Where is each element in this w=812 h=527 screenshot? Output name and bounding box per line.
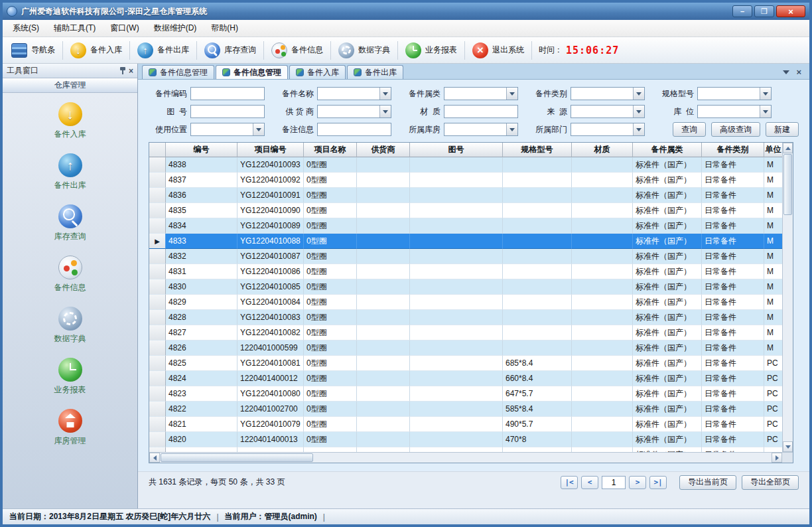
table-row[interactable]: 482412204014000120型圈660*8.4标准件（国产）日常备件PC <box>149 371 782 386</box>
spec-model-select[interactable] <box>697 87 772 100</box>
table-row[interactable]: 482612204010005990型圈标准件（国产）日常备件M <box>149 340 782 356</box>
column-header[interactable]: 备件类别 <box>702 143 764 157</box>
close-button[interactable]: × <box>776 5 805 17</box>
menu-item[interactable]: 系统(S) <box>5 20 46 37</box>
table-row[interactable]: 4827YG122040100820型圈标准件（国产）日常备件M <box>149 325 782 340</box>
toolbar-button-exit[interactable]: 退出系统 <box>466 40 530 61</box>
prev-page-button[interactable]: < <box>581 476 598 489</box>
chevron-down-icon[interactable] <box>760 88 771 100</box>
sidebar-item-data-dict[interactable]: 数据字典 <box>3 307 137 344</box>
table-row[interactable]: 4828YG122040100830型圈标准件（国产）日常备件M <box>149 310 782 325</box>
tab[interactable]: 备件入库 <box>289 65 346 79</box>
close-icon[interactable]: × <box>129 67 133 75</box>
row-selector[interactable] <box>149 249 166 264</box>
row-selector[interactable] <box>149 386 166 402</box>
toolbar-button-data-dict[interactable]: 数据字典 <box>332 40 396 61</box>
advanced-query-button[interactable]: 高级查询 <box>711 122 760 137</box>
table-row[interactable]: 4825YG122040100810型圈685*8.4标准件（国产）日常备件PC <box>149 356 782 371</box>
row-selector[interactable] <box>149 340 166 356</box>
column-header[interactable]: 规格型号 <box>503 143 572 157</box>
table-row[interactable]: 4837YG122040100920型圈标准件（国产）日常备件M <box>149 173 782 188</box>
row-selector[interactable] <box>149 432 166 447</box>
chevron-down-icon[interactable] <box>633 106 644 117</box>
column-header[interactable]: 项目编号 <box>237 143 304 157</box>
column-header[interactable]: 图号 <box>410 143 503 157</box>
row-selector[interactable]: ▶ <box>149 234 166 249</box>
chevron-down-icon[interactable] <box>379 106 391 117</box>
maximize-button[interactable]: ❒ <box>754 5 774 17</box>
close-tab-icon[interactable]: × <box>796 68 801 76</box>
toolbar-button-nav[interactable]: 导航条 <box>5 40 61 61</box>
chevron-down-icon[interactable] <box>633 88 644 100</box>
table-row[interactable]: 4834YG122040100890型圈标准件（国产）日常备件M <box>149 218 782 234</box>
table-row[interactable]: 4821YG122040100790型圈490*5.7标准件（国产）日常备件PC <box>149 417 782 432</box>
drawing-no-input[interactable] <box>190 105 265 118</box>
column-header[interactable]: 单位 <box>764 143 782 157</box>
column-header[interactable]: 编号 <box>166 143 237 157</box>
chevron-down-icon[interactable] <box>506 123 517 135</box>
menu-item[interactable]: 帮助(H) <box>204 20 245 37</box>
row-selector[interactable] <box>149 264 166 279</box>
sidebar-item-stock-out[interactable]: 备件出库 <box>3 153 137 191</box>
last-page-button[interactable]: >| <box>649 476 667 489</box>
minimize-button[interactable]: – <box>732 5 752 17</box>
chevron-down-icon[interactable] <box>506 88 517 100</box>
scroll-down-icon[interactable] <box>783 441 793 452</box>
toolbar-button-report[interactable]: 业务报表 <box>399 40 463 61</box>
scroll-right-icon[interactable] <box>772 453 782 463</box>
row-selector[interactable] <box>149 325 166 340</box>
table-row[interactable]: 4823YG122040100800型圈647*5.7标准件（国产）日常备件PC <box>149 386 782 402</box>
toolbar-button-inventory[interactable]: 库存查询 <box>198 40 262 61</box>
row-selector[interactable] <box>149 356 166 371</box>
menu-item[interactable]: 数据维护(D) <box>147 20 204 37</box>
location-select[interactable] <box>697 105 772 118</box>
part-name-select[interactable] <box>317 87 391 100</box>
new-button[interactable]: 新建 <box>766 122 799 137</box>
tab[interactable]: 备件信息管理 <box>142 65 214 79</box>
column-header[interactable]: 项目名称 <box>304 143 357 157</box>
toolbar-button-stock-in[interactable]: 备件入库 <box>64 40 128 61</box>
part-category-select[interactable] <box>444 87 518 100</box>
department-select[interactable] <box>571 123 645 136</box>
sidebar-item-inventory[interactable]: 库存查询 <box>3 204 137 242</box>
toolbar-button-stock-out[interactable]: 备件出库 <box>131 40 195 61</box>
toolbar-button-parts-info[interactable]: 备件信息 <box>265 40 329 61</box>
column-header[interactable]: 备件属类 <box>633 143 702 157</box>
row-selector[interactable] <box>149 173 166 188</box>
row-selector[interactable] <box>149 157 166 173</box>
row-selector[interactable] <box>149 279 166 295</box>
table-row[interactable]: 4830YG122040100850型圈标准件（国产）日常备件M <box>149 279 782 295</box>
supplier-select[interactable] <box>317 105 391 118</box>
table-row[interactable]: 4832YG122040100870型圈标准件（国产）日常备件M <box>149 249 782 264</box>
chevron-down-icon[interactable] <box>783 70 789 74</box>
sidebar-item-warehouse[interactable]: 库房管理 <box>3 409 137 447</box>
vertical-scrollbar[interactable] <box>782 143 793 452</box>
table-row[interactable]: 4836YG122040100910型圈标准件（国产）日常备件M <box>149 188 782 203</box>
row-selector[interactable] <box>149 371 166 386</box>
query-button[interactable]: 查询 <box>673 122 706 137</box>
menu-item[interactable]: 窗口(W) <box>103 20 146 37</box>
row-selector[interactable] <box>149 417 166 432</box>
row-selector[interactable] <box>149 295 166 310</box>
source-select[interactable] <box>571 105 645 118</box>
tab[interactable]: 备件出库 <box>347 65 403 79</box>
scroll-left-icon[interactable] <box>149 453 160 463</box>
table-row[interactable]: 4829YG122040100840型圈标准件（国产）日常备件M <box>149 295 782 310</box>
horizontal-scroll-thumb[interactable] <box>161 453 313 462</box>
table-row[interactable]: 482012204014000130型圈470*8标准件（国产）日常备件PC <box>149 432 782 447</box>
table-row[interactable]: 标准件（国产）日常备件 <box>149 447 782 452</box>
chevron-down-icon[interactable] <box>760 106 771 117</box>
first-page-button[interactable]: |< <box>561 476 578 489</box>
remark-input[interactable] <box>317 123 391 136</box>
column-header[interactable]: 供货商 <box>357 143 410 157</box>
table-row[interactable]: ▶4833YG122040100880型圈标准件（国产）日常备件M <box>149 234 782 249</box>
horizontal-scrollbar[interactable] <box>149 453 782 463</box>
table-row[interactable]: 4835YG122040100900型圈标准件（国产）日常备件M <box>149 203 782 218</box>
table-row[interactable]: 4838YG122040100930型圈标准件（国产）日常备件M <box>149 157 782 173</box>
material-input[interactable] <box>444 105 518 118</box>
row-selector[interactable] <box>149 218 166 234</box>
row-selector[interactable] <box>149 310 166 325</box>
scroll-up-icon[interactable] <box>783 143 793 153</box>
sidebar-item-report[interactable]: 业务报表 <box>3 358 137 396</box>
table-row[interactable]: 4831YG122040100860型圈标准件（国产）日常备件M <box>149 264 782 279</box>
